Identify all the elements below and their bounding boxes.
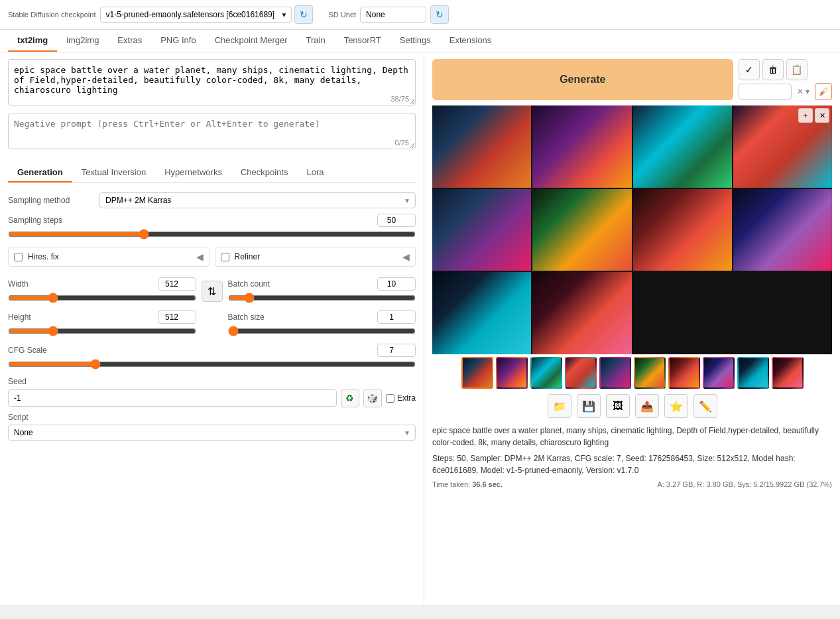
thumb-7[interactable] xyxy=(703,357,735,389)
batch-count-slider[interactable] xyxy=(228,293,416,303)
cfg-scale-input[interactable] xyxy=(377,344,416,357)
extra-seed-label[interactable]: Extra xyxy=(397,393,416,403)
batch-size-input[interactable] xyxy=(377,310,416,324)
time-memory-row: Time taken: 36.6 sec. A: 3.27 GB, R: 3.8… xyxy=(432,480,832,488)
checkpoint-refresh-btn[interactable]: ↻ xyxy=(294,5,313,24)
hires-fix-row: Hires. fix ◀ xyxy=(8,247,210,267)
generate-button[interactable]: Generate xyxy=(432,59,733,100)
refiner-checkbox[interactable] xyxy=(221,253,229,261)
hires-collapse-btn[interactable]: ◀ xyxy=(196,251,204,262)
height-input[interactable] xyxy=(158,310,196,324)
close-image-btn[interactable]: ✕ xyxy=(815,108,829,123)
refresh-icon-2: ↻ xyxy=(436,9,444,20)
tab-extras[interactable]: Extras xyxy=(108,30,151,52)
tab-extensions[interactable]: Extensions xyxy=(440,30,501,52)
sampling-steps-input[interactable] xyxy=(377,214,416,227)
star-icon-btn[interactable]: ⭐ xyxy=(664,394,688,418)
image-cell-5[interactable] xyxy=(532,189,631,271)
zoom-in-btn[interactable]: + xyxy=(798,108,813,123)
thumb-8[interactable] xyxy=(737,357,769,389)
sdunet-refresh-btn[interactable]: ↻ xyxy=(430,5,449,24)
sdunet-dropdown[interactable]: None xyxy=(360,7,426,23)
image-overlay-controls: + ✕ xyxy=(798,108,829,123)
sampling-steps-slider[interactable] xyxy=(8,229,416,240)
tab-settings[interactable]: Settings xyxy=(390,30,440,52)
sdunet-label: SD Unet xyxy=(329,11,357,19)
image-cell-8[interactable] xyxy=(432,272,531,354)
thumb-1[interactable] xyxy=(496,357,528,389)
subtab-textual-inversion[interactable]: Textual Inversion xyxy=(72,163,156,182)
tab-img2img[interactable]: img2img xyxy=(57,30,108,52)
refiner-collapse-btn[interactable]: ◀ xyxy=(402,251,410,262)
edit-icon-btn[interactable]: ✏️ xyxy=(693,394,717,418)
neg-prompt-textarea[interactable] xyxy=(8,113,416,149)
tab-train[interactable]: Train xyxy=(297,30,335,52)
refiner-label[interactable]: Refiner xyxy=(235,252,398,261)
thumb-6[interactable] xyxy=(668,357,700,389)
batch-size-slider[interactable] xyxy=(228,326,416,336)
image-cell-9[interactable] xyxy=(532,272,631,354)
image-grid-wrapper: + ✕ xyxy=(432,105,832,357)
tab-txt2img[interactable]: txt2img xyxy=(8,30,57,52)
subtab-lora[interactable]: Lora xyxy=(297,163,333,182)
doc-btn[interactable]: 📋 xyxy=(786,59,808,80)
check-btn[interactable]: ✓ xyxy=(739,59,760,80)
batch-count-input[interactable] xyxy=(377,277,416,291)
thumb-9[interactable] xyxy=(772,357,804,389)
thumb-5[interactable] xyxy=(634,357,666,389)
hires-label[interactable]: Hires. fix xyxy=(28,252,191,261)
thumb-3[interactable] xyxy=(565,357,597,389)
subtabs-bar: Generation Textual Inversion Hypernetwor… xyxy=(8,163,416,183)
swap-dimensions-btn[interactable]: ⇅ xyxy=(202,281,223,302)
seed-input[interactable] xyxy=(8,389,337,407)
script-select[interactable]: None xyxy=(8,425,416,441)
main-layout: 38/75 0/75 Generation Textual Inversion … xyxy=(0,52,840,605)
seed-dice-btn[interactable]: 🎲 xyxy=(363,389,382,407)
folder-icon-btn[interactable]: 📁 xyxy=(548,394,571,418)
left-panel: 38/75 0/75 Generation Textual Inversion … xyxy=(0,52,424,605)
style-apply-btn[interactable]: 🖌 xyxy=(815,83,832,100)
send-icon-btn[interactable]: 📤 xyxy=(635,394,659,418)
image-cell-4[interactable] xyxy=(432,189,531,271)
hires-checkbox[interactable] xyxy=(14,253,23,261)
width-input[interactable] xyxy=(158,277,196,291)
checkpoint-dropdown[interactable]: v1-5-pruned-emaonly.safetensors [6ce0161… xyxy=(100,7,292,23)
script-label: Script xyxy=(8,413,416,422)
width-slider[interactable] xyxy=(8,293,196,303)
extra-seed-checkbox[interactable] xyxy=(386,394,394,403)
save-copy-icon-btn[interactable]: 🖼 xyxy=(606,394,630,418)
style-input[interactable] xyxy=(739,84,792,100)
subtab-hypernetworks[interactable]: Hypernetworks xyxy=(155,163,231,182)
thumb-0[interactable] xyxy=(461,357,493,389)
image-cell-1[interactable] xyxy=(532,105,631,188)
prompt-textarea[interactable] xyxy=(8,59,416,105)
image-cell-0[interactable] xyxy=(432,105,531,188)
thumb-2[interactable] xyxy=(530,357,562,389)
height-section: Height xyxy=(8,310,196,338)
height-label: Height xyxy=(8,312,31,322)
tab-checkpoint-merger[interactable]: Checkpoint Merger xyxy=(206,30,297,52)
generate-section: 0/75 xyxy=(8,113,416,158)
thumb-4[interactable] xyxy=(599,357,631,389)
image-cell-11[interactable] xyxy=(733,272,832,354)
image-cell-7[interactable] xyxy=(733,189,832,271)
image-cell-2[interactable] xyxy=(633,105,732,188)
image-cell-10[interactable] xyxy=(633,272,732,354)
tab-pnginfo[interactable]: PNG Info xyxy=(151,30,205,52)
action-icons-row: 📁 💾 🖼 📤 ⭐ ✏️ xyxy=(432,394,832,418)
image-cell-6[interactable] xyxy=(633,189,732,271)
height-slider[interactable] xyxy=(8,326,196,336)
style-clear-btn[interactable]: ✕ ▾ xyxy=(794,86,812,98)
subtab-generation[interactable]: Generation xyxy=(8,163,72,182)
right-panel: Generate ✓ 🗑 📋 ✕ ▾ 🖌 + ✕ xyxy=(424,52,840,605)
sampling-method-row: Sampling method DPM++ 2M Karras xyxy=(8,192,416,208)
sampling-method-select[interactable]: DPM++ 2M Karras xyxy=(99,192,416,208)
seed-recycle-btn[interactable]: ♻ xyxy=(341,389,359,407)
tab-tensorrt[interactable]: TensorRT xyxy=(335,30,390,52)
save-icon-btn[interactable]: 💾 xyxy=(577,394,601,418)
trash-btn[interactable]: 🗑 xyxy=(762,59,784,80)
image-description: epic space battle over a water planet, m… xyxy=(432,425,832,448)
cfg-scale-slider[interactable] xyxy=(8,359,416,370)
subtab-checkpoints[interactable]: Checkpoints xyxy=(231,163,298,182)
sampling-steps-row: Sampling steps xyxy=(8,214,416,241)
